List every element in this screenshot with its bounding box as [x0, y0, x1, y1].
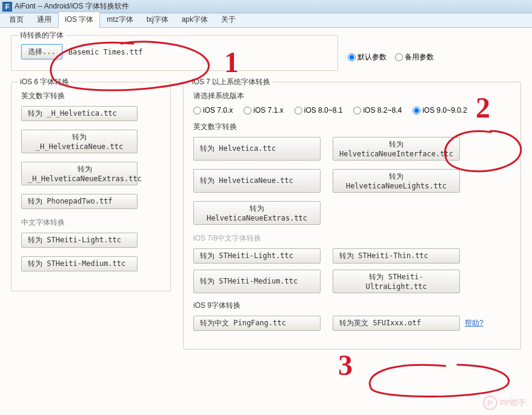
ios7-en-label: 英文数字转换	[193, 122, 511, 132]
source-font-legend: 待转换的字体	[18, 30, 66, 41]
ios6-btn-stheiti-medium[interactable]: 转为 STHeiti-Medium.ttc	[21, 256, 138, 271]
watermark-text: PP助手	[500, 397, 526, 408]
ios7-version-radios: iOS 7.0.x iOS 7.1.x iOS 8.0~8.1 iOS 8.2~…	[193, 106, 511, 115]
tab-mtz[interactable]: mtz字体	[100, 12, 139, 28]
tab-apk[interactable]: apk字体	[175, 12, 214, 28]
ios6-cn-label: 中文字体转换	[21, 217, 161, 228]
app-icon: F	[2, 2, 12, 12]
param-radios: 默认参数 备用参数	[348, 52, 434, 62]
ios78-btn-stheiti-medium[interactable]: 转为 STHeiti-Medium.ttc	[193, 270, 321, 293]
watermark: P PP助手	[483, 396, 526, 410]
radio-default-params[interactable]: 默认参数	[348, 52, 387, 62]
tab-home[interactable]: 首页	[2, 12, 30, 28]
radio-ios82-84[interactable]: iOS 8.2~8.4	[353, 106, 402, 115]
window-title: AiFont -- Android/iOS 字体转换软件	[15, 1, 129, 12]
tab-txj[interactable]: txj字体	[140, 12, 175, 28]
ios7-btn-helvneue[interactable]: 转为 HelveticaNeue.ttc	[193, 169, 321, 193]
ios6-btn-stheiti-light[interactable]: 转为 STHeiti-Light.ttc	[21, 233, 138, 248]
ios7-legend: iOS 7 以上系统字体转换	[190, 77, 273, 87]
ios78-btn-stheiti-light[interactable]: 转为 STHeiti-Light.ttc	[193, 248, 321, 264]
ios7-btn-helvneuelights[interactable]: 转为 HelveticaNeueLights.ttc	[333, 169, 460, 193]
help-link[interactable]: 帮助?	[465, 318, 484, 328]
ios7-btn-helvneueextras[interactable]: 转为 HelveticaNeueExtras.ttc	[193, 201, 321, 225]
ios9-label: iOS 9字体转换	[193, 300, 511, 311]
ios7-fieldset: iOS 7 以上系统字体转换 请选择系统版本 iOS 7.0.x iOS 7.1…	[183, 82, 521, 350]
ios6-btn-helvneue[interactable]: 转为 _H_HelveticaNeue.ttc	[21, 130, 138, 153]
radio-ios80-81[interactable]: iOS 8.0~8.1	[294, 106, 343, 115]
ios6-btn-helvneueextras[interactable]: 转为 _H_HelveticaNeueExtras.ttc	[21, 162, 138, 185]
tab-bar: 首页 通用 iOS 字体 mtz字体 txj字体 apk字体 关于	[0, 13, 532, 28]
watermark-icon: P	[483, 396, 497, 410]
radio-backup-params[interactable]: 备用参数	[395, 52, 434, 62]
tab-about[interactable]: 关于	[214, 12, 242, 28]
ios78-btn-stheiti-ultralight[interactable]: 转为 STHeiti-UltraLight.ttc	[333, 270, 460, 293]
tab-general[interactable]: 通用	[30, 12, 58, 28]
ios6-btn-helvetica[interactable]: 转为 _H_Helvetica.ttc	[21, 106, 138, 121]
ios6-btn-phonepadtwo[interactable]: 转为 PhonepadTwo.ttf	[21, 194, 138, 209]
ios6-legend: iOS 6 字体转换	[18, 77, 71, 87]
ios78-cn-label: iOS 7/8中文字体转换	[193, 233, 511, 244]
ios78-btn-stheiti-thin[interactable]: 转为 STHeiti-Thin.ttc	[333, 248, 460, 264]
ios6-en-label: 英文数字转换	[21, 91, 161, 101]
select-file-button[interactable]: 选择...	[21, 44, 62, 59]
tab-ios-font[interactable]: iOS 字体	[58, 12, 100, 28]
ios7-btn-helvetica[interactable]: 转为 Helvetica.ttc	[193, 137, 321, 161]
radio-ios71x[interactable]: iOS 7.1.x	[244, 106, 283, 115]
annotation-circle-3	[361, 364, 515, 400]
radio-ios70x[interactable]: iOS 7.0.x	[193, 106, 233, 115]
ios6-fieldset: iOS 6 字体转换 英文数字转换 转为 _H_Helvetica.ttc 转为…	[11, 82, 171, 291]
radio-ios90-902[interactable]: iOS 9.0~9.0.2	[413, 106, 467, 115]
selected-filename: Basemic Times.ttf	[68, 48, 143, 56]
ios9-btn-sfui[interactable]: 转为英文 SFUIxxx.otf	[333, 316, 460, 331]
source-font-fieldset: 待转换的字体 选择... Basemic Times.ttf	[11, 35, 338, 71]
ios9-btn-pingfang[interactable]: 转为中文 PingFang.ttc	[193, 316, 321, 331]
ios7-btn-helvneueinterface[interactable]: 转为 HelveticaNeueInterface.ttc	[333, 137, 460, 161]
ios7-version-label: 请选择系统版本	[193, 91, 511, 101]
